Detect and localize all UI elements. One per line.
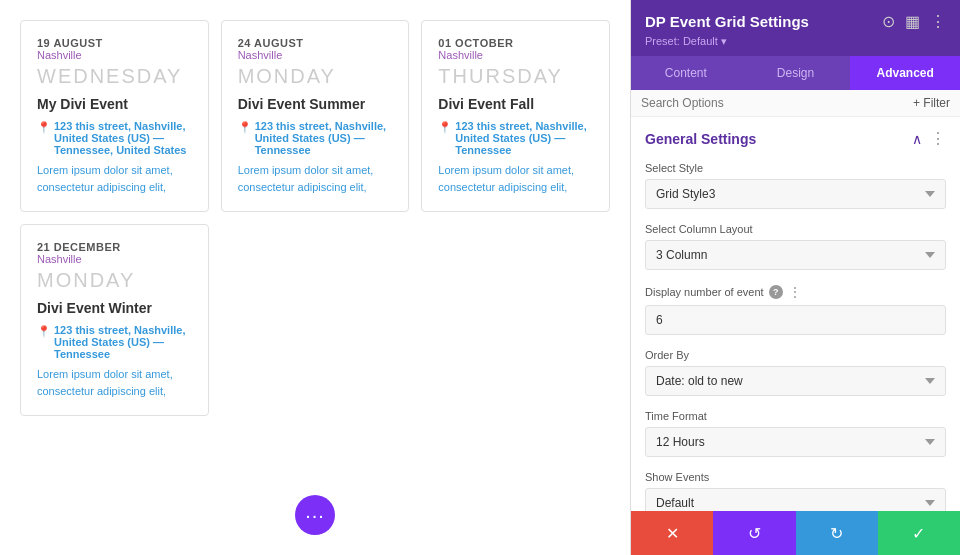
- field-label-time-format: Time Format: [645, 410, 946, 422]
- field-order-by: Order By Date: old to new Date: new to o…: [645, 349, 946, 396]
- show-events-dropdown[interactable]: Default Upcoming Past: [645, 488, 946, 511]
- display-number-input[interactable]: [645, 305, 946, 335]
- select-style-dropdown[interactable]: Grid Style3 Grid Style1 Grid Style2: [645, 179, 946, 209]
- event-card-3: 01 OCTOBER Nashville THURSDAY Divi Event…: [421, 20, 610, 212]
- event-city-2: Nashville: [238, 49, 393, 61]
- action-bar: ✕ ↺ ↻ ✓: [631, 511, 960, 555]
- section-menu-icon[interactable]: ⋮: [930, 129, 946, 148]
- field-show-events: Show Events Default Upcoming Past: [645, 471, 946, 511]
- event-title-2: Divi Event Summer: [238, 96, 393, 112]
- event-card-2: 24 AUGUST Nashville MONDAY Divi Event Su…: [221, 20, 410, 212]
- reset-icon: ↺: [748, 524, 761, 543]
- column-layout-dropdown[interactable]: 3 Column 1 Column 2 Column 4 Column: [645, 240, 946, 270]
- event-date-1: 19 AUGUST: [37, 37, 192, 49]
- refresh-button[interactable]: ↻: [796, 511, 878, 555]
- event-grid-top: 19 AUGUST Nashville WEDNESDAY My Divi Ev…: [20, 20, 610, 212]
- time-format-dropdown[interactable]: 12 Hours 24 Hours: [645, 427, 946, 457]
- panel-title: DP Event Grid Settings: [645, 13, 809, 30]
- pin-icon-3: 📍: [438, 121, 452, 134]
- event-desc-2: Lorem ipsum dolor sit amet, consectetur …: [238, 162, 393, 195]
- event-card-4: 21 DECEMBER Nashville MONDAY Divi Event …: [20, 224, 209, 416]
- more-options-icon[interactable]: ⋮: [930, 12, 946, 31]
- cancel-button[interactable]: ✕: [631, 511, 713, 555]
- event-grid-bottom: 21 DECEMBER Nashville MONDAY Divi Event …: [20, 224, 610, 416]
- section-actions: ∧ ⋮: [912, 129, 946, 148]
- pin-icon-1: 📍: [37, 121, 51, 134]
- filter-button[interactable]: + Filter: [913, 96, 950, 110]
- field-select-style: Select Style Grid Style3 Grid Style1 Gri…: [645, 162, 946, 209]
- event-desc-3: Lorem ipsum dolor sit amet, consectetur …: [438, 162, 593, 195]
- search-input[interactable]: [641, 96, 905, 110]
- reset-button[interactable]: ↺: [713, 511, 795, 555]
- cancel-icon: ✕: [666, 524, 679, 543]
- event-title-1: My Divi Event: [37, 96, 192, 112]
- event-date-4: 21 DECEMBER: [37, 241, 192, 253]
- order-by-dropdown[interactable]: Date: old to new Date: new to old Title …: [645, 366, 946, 396]
- layout-icon[interactable]: ▦: [905, 12, 920, 31]
- section-title: General Settings: [645, 131, 756, 147]
- event-address-1: 📍 123 this street, Nashville, United Sta…: [37, 120, 192, 156]
- event-day-2: MONDAY: [238, 65, 393, 88]
- event-address-4: 📍 123 this street, Nashville, United Sta…: [37, 324, 192, 360]
- confirm-button[interactable]: ✓: [878, 511, 960, 555]
- event-date-3: 01 OCTOBER: [438, 37, 593, 49]
- fab-button[interactable]: ···: [295, 495, 335, 535]
- event-desc-1: Lorem ipsum dolor sit amet, consectetur …: [37, 162, 192, 195]
- event-date-2: 24 AUGUST: [238, 37, 393, 49]
- section-header: General Settings ∧ ⋮: [645, 129, 946, 148]
- section-collapse-icon[interactable]: ∧: [912, 131, 922, 147]
- tab-advanced[interactable]: Advanced: [850, 56, 960, 90]
- panel-preset[interactable]: Preset: Default ▾: [645, 35, 946, 48]
- preview-area: 19 AUGUST Nashville WEDNESDAY My Divi Ev…: [0, 0, 630, 555]
- field-display-number: Display number of event ? ⋮: [645, 284, 946, 335]
- filter-label: + Filter: [913, 96, 950, 110]
- panel-header: DP Event Grid Settings ⊙ ▦ ⋮ Preset: Def…: [631, 0, 960, 56]
- event-day-1: WEDNESDAY: [37, 65, 192, 88]
- event-title-4: Divi Event Winter: [37, 300, 192, 316]
- event-card-1: 19 AUGUST Nashville WEDNESDAY My Divi Ev…: [20, 20, 209, 212]
- settings-icon[interactable]: ⊙: [882, 12, 895, 31]
- field-label-show-events: Show Events: [645, 471, 946, 483]
- search-filter-bar: + Filter: [631, 90, 960, 117]
- field-column-layout: Select Column Layout 3 Column 1 Column 2…: [645, 223, 946, 270]
- field-label-order-by: Order By: [645, 349, 946, 361]
- panel-header-top: DP Event Grid Settings ⊙ ▦ ⋮: [645, 12, 946, 31]
- event-title-3: Divi Event Fall: [438, 96, 593, 112]
- confirm-icon: ✓: [912, 524, 925, 543]
- event-city-1: Nashville: [37, 49, 192, 61]
- refresh-icon: ↻: [830, 524, 843, 543]
- event-address-2: 📍 123 this street, Nashville, United Sta…: [238, 120, 393, 156]
- panel-tabs: Content Design Advanced: [631, 56, 960, 90]
- tab-design[interactable]: Design: [741, 56, 851, 90]
- field-label-column-layout: Select Column Layout: [645, 223, 946, 235]
- field-label-display-number: Display number of event ? ⋮: [645, 284, 946, 300]
- event-city-3: Nashville: [438, 49, 593, 61]
- pin-icon-2: 📍: [238, 121, 252, 134]
- event-day-3: THURSDAY: [438, 65, 593, 88]
- settings-panel: DP Event Grid Settings ⊙ ▦ ⋮ Preset: Def…: [630, 0, 960, 555]
- event-address-3: 📍 123 this street, Nashville, United Sta…: [438, 120, 593, 156]
- panel-header-icons: ⊙ ▦ ⋮: [882, 12, 946, 31]
- help-icon[interactable]: ?: [769, 285, 783, 299]
- event-city-4: Nashville: [37, 253, 192, 265]
- field-label-select-style: Select Style: [645, 162, 946, 174]
- field-time-format: Time Format 12 Hours 24 Hours: [645, 410, 946, 457]
- event-desc-4: Lorem ipsum dolor sit amet, consectetur …: [37, 366, 192, 399]
- display-number-more-icon[interactable]: ⋮: [788, 284, 802, 300]
- event-day-4: MONDAY: [37, 269, 192, 292]
- panel-body: General Settings ∧ ⋮ Select Style Grid S…: [631, 117, 960, 511]
- tab-content[interactable]: Content: [631, 56, 741, 90]
- pin-icon-4: 📍: [37, 325, 51, 338]
